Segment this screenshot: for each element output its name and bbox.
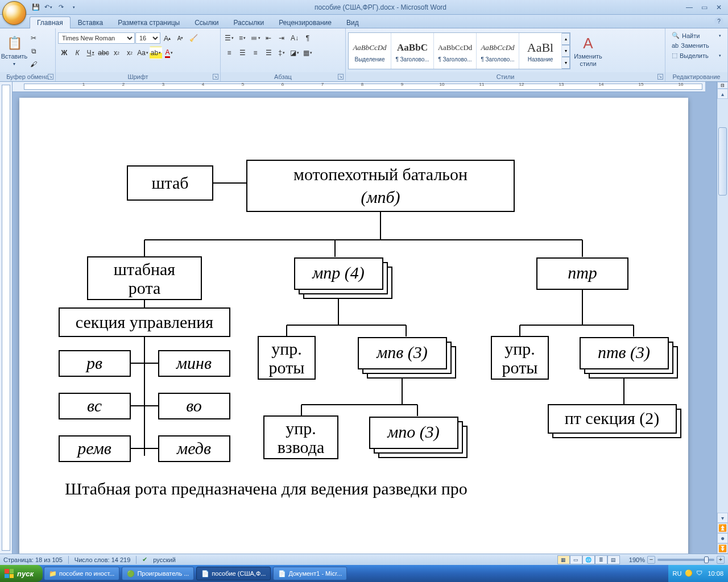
font-dialog-launcher[interactable]: ↘ bbox=[213, 74, 218, 80]
style-item-0[interactable]: AaBbCcDdВыделение bbox=[349, 33, 391, 69]
view-print-layout[interactable]: ▦ bbox=[557, 555, 570, 564]
help-icon[interactable]: ? bbox=[714, 17, 723, 26]
change-case-button[interactable]: Aa▾ bbox=[136, 47, 149, 59]
view-draft[interactable]: ▤ bbox=[607, 555, 620, 564]
close-button[interactable]: ✕ bbox=[712, 2, 726, 13]
align-center-button[interactable]: ☰ bbox=[236, 47, 249, 59]
superscript-button[interactable]: x2 bbox=[123, 47, 136, 59]
zoom-slider[interactable] bbox=[657, 559, 714, 561]
status-page[interactable]: Страница: 18 из 105 bbox=[3, 556, 63, 563]
font-name-combo[interactable]: Times New Roman bbox=[58, 32, 135, 44]
bullets-button[interactable]: ☰▾ bbox=[223, 32, 235, 44]
start-button[interactable]: пуск bbox=[0, 565, 43, 582]
gallery-down-icon[interactable]: ▾ bbox=[562, 45, 570, 57]
browse-prev-icon[interactable]: ⏫ bbox=[717, 523, 728, 533]
highlight-button[interactable]: ab▾ bbox=[150, 47, 162, 59]
minimize-button[interactable]: — bbox=[682, 2, 696, 13]
save-icon[interactable]: 💾 bbox=[31, 2, 41, 13]
undo-icon[interactable]: ↶▾ bbox=[43, 2, 53, 13]
underline-button[interactable]: Ч▾ bbox=[84, 47, 97, 59]
styles-dialog-launcher[interactable]: ↘ bbox=[657, 74, 663, 80]
font-size-combo[interactable]: 16 bbox=[135, 32, 160, 44]
style-item-1[interactable]: AaBbC¶ Заголово... bbox=[391, 33, 434, 69]
multilevel-button[interactable]: ⩸▾ bbox=[249, 32, 262, 44]
select-button[interactable]: ⬚Выделить▾ bbox=[668, 51, 725, 60]
find-button[interactable]: 🔍Найти▾ bbox=[668, 31, 725, 40]
tab-home[interactable]: Главная bbox=[30, 16, 71, 28]
gallery-more-icon[interactable]: ▾ bbox=[562, 57, 570, 69]
horizontal-ruler[interactable]: 12345678910111213141516 bbox=[13, 82, 705, 92]
browse-next-icon[interactable]: ⏬ bbox=[717, 543, 728, 554]
style-item-3[interactable]: AaBbCcDd¶ Заголово... bbox=[477, 33, 519, 69]
vertical-ruler[interactable] bbox=[0, 82, 13, 554]
tab-view[interactable]: Вид bbox=[339, 16, 366, 28]
tab-mail[interactable]: Рассылки bbox=[226, 16, 271, 28]
copy-icon[interactable]: ⧉ bbox=[27, 45, 40, 57]
ruler-toggle-icon[interactable]: ⊟ bbox=[717, 82, 728, 89]
view-web[interactable]: 🌐 bbox=[582, 555, 595, 564]
view-outline[interactable]: ≣ bbox=[595, 555, 607, 564]
gallery-up-icon[interactable]: ▴ bbox=[562, 33, 570, 45]
proofing-icon[interactable]: ✔ bbox=[142, 556, 147, 563]
tray-lang[interactable]: RU bbox=[673, 570, 682, 577]
tab-refs[interactable]: Ссылки bbox=[187, 16, 226, 28]
numbering-button[interactable]: ≡▾ bbox=[236, 32, 249, 44]
task-3[interactable]: 📄 пособие (США,Ф... bbox=[196, 567, 271, 580]
style-item-2[interactable]: AaBbCcDd¶ Заголово... bbox=[434, 33, 477, 69]
document-page[interactable]: мотопехотный батальон (мпб) штаб штабная bbox=[19, 98, 688, 554]
para-dialog-launcher[interactable]: ↘ bbox=[338, 74, 344, 80]
strike-button[interactable]: abc bbox=[97, 47, 110, 59]
align-right-button[interactable]: ≡ bbox=[249, 47, 262, 59]
zoom-out-button[interactable]: − bbox=[647, 556, 655, 564]
status-words[interactable]: Число слов: 14 219 bbox=[75, 556, 130, 563]
tab-insert[interactable]: Вставка bbox=[71, 16, 111, 28]
cut-icon[interactable]: ✂ bbox=[27, 32, 40, 44]
align-justify-button[interactable]: ☰ bbox=[262, 47, 275, 59]
inc-indent-button[interactable]: ⇥ bbox=[275, 32, 288, 44]
task-2[interactable]: 🟢 Проигрыватель ... bbox=[122, 567, 194, 580]
grow-font-icon[interactable]: A▴ bbox=[161, 32, 173, 44]
style-item-4[interactable]: AaBlНазвание bbox=[519, 33, 562, 69]
subscript-button[interactable]: x2 bbox=[110, 47, 123, 59]
tray-clock[interactable]: 10:08 bbox=[708, 570, 723, 577]
dec-indent-button[interactable]: ⇤ bbox=[262, 32, 275, 44]
format-painter-icon[interactable]: 🖌 bbox=[27, 58, 40, 70]
zoom-thumb[interactable] bbox=[704, 556, 709, 563]
sort-button[interactable]: A↓ bbox=[288, 32, 301, 44]
scroll-track[interactable] bbox=[717, 99, 728, 513]
clipboard-dialog-launcher[interactable]: ↘ bbox=[48, 74, 53, 80]
zoom-value[interactable]: 190% bbox=[629, 556, 645, 563]
bold-button[interactable]: Ж bbox=[58, 47, 71, 59]
status-lang[interactable]: русский bbox=[153, 556, 175, 563]
replace-button[interactable]: abЗаменить bbox=[668, 41, 725, 50]
shading-button[interactable]: ◪▾ bbox=[288, 47, 301, 59]
qat-customize-icon[interactable]: ▾ bbox=[68, 2, 78, 13]
task-4[interactable]: 📄 Документ1 - Micr... bbox=[273, 567, 347, 580]
styles-gallery[interactable]: AaBbCcDdВыделение AaBbC¶ Заголово... AaB… bbox=[348, 32, 570, 69]
scroll-down-icon[interactable]: ▾ bbox=[717, 513, 728, 523]
office-button[interactable] bbox=[2, 1, 26, 25]
line-spacing-button[interactable]: ‡▾ bbox=[275, 47, 288, 59]
vertical-scrollbar[interactable]: ⊟ ▴ ▾ ⏫ ● ⏬ bbox=[717, 82, 728, 554]
borders-button[interactable]: ▦▾ bbox=[301, 47, 314, 59]
italic-button[interactable]: К bbox=[71, 47, 84, 59]
scroll-thumb[interactable] bbox=[718, 127, 727, 196]
tray-icon-2[interactable]: 🛡 bbox=[696, 569, 704, 577]
align-left-button[interactable]: ≡ bbox=[223, 47, 235, 59]
shrink-font-icon[interactable]: A▾ bbox=[174, 32, 187, 44]
restore-button[interactable]: ▭ bbox=[697, 2, 711, 13]
redo-icon[interactable]: ↷ bbox=[56, 2, 66, 13]
paste-button[interactable]: 📋 Вставить▾ bbox=[2, 31, 26, 71]
task-1[interactable]: 📁 пособие по иност... bbox=[44, 567, 119, 580]
browse-object-icon[interactable]: ● bbox=[717, 533, 728, 543]
view-full-screen[interactable]: ▭ bbox=[570, 555, 582, 564]
scroll-up-icon[interactable]: ▴ bbox=[717, 89, 728, 99]
zoom-in-button[interactable]: + bbox=[717, 556, 725, 564]
change-styles-button[interactable]: A Изменить стили bbox=[572, 31, 605, 71]
show-marks-button[interactable]: ¶ bbox=[301, 32, 314, 44]
font-color-button[interactable]: A▾ bbox=[163, 47, 175, 59]
tray-icon-1[interactable]: 🟡 bbox=[685, 569, 693, 577]
tab-layout[interactable]: Разметка страницы bbox=[110, 16, 187, 28]
tab-review[interactable]: Рецензирование bbox=[271, 16, 339, 28]
clear-format-icon[interactable]: 🧹 bbox=[187, 32, 200, 44]
